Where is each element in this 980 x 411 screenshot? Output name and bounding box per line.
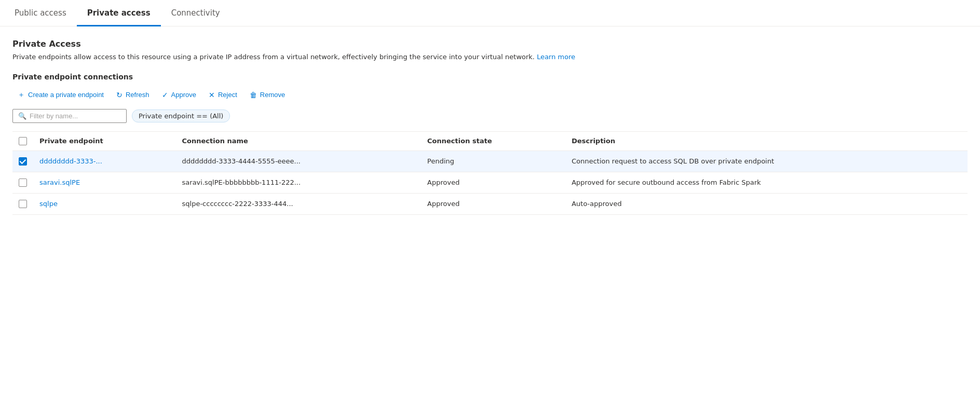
remove-button[interactable]: 🗑 Remove [244,88,290,102]
row-private-endpoint: saravi.sqlPE [33,172,176,193]
row-description: Connection request to access SQL DB over… [565,150,968,172]
main-content: Private Access Private endpoints allow a… [0,26,980,215]
row-checkbox[interactable] [19,157,27,166]
private-endpoint-link[interactable]: dddddddd-3333-... [39,157,102,165]
row-description: Approved for secure outbound access from… [565,172,968,193]
filter-tag[interactable]: Private endpoint == (All) [132,109,230,122]
row-connection-name: sqlpe-cccccccc-2222-3333-444... [176,193,421,214]
row-checkbox[interactable] [19,179,27,187]
tab-public-access[interactable]: Public access [12,0,77,26]
filter-input-wrapper: 🔍 [12,109,127,123]
row-connection-state: Approved [421,172,565,193]
row-checkbox-cell [12,193,33,214]
col-header-connection-state: Connection state [421,132,565,151]
header-checkbox[interactable] [19,137,27,145]
approve-button[interactable]: ✓ Approve [157,88,201,102]
table-wrap: Private endpoint Connection name Connect… [12,131,968,215]
tab-connectivity[interactable]: Connectivity [161,0,230,26]
tabs-container: Public access Private access Connectivit… [0,0,980,26]
tab-private-access[interactable]: Private access [77,0,161,26]
col-header-private-endpoint: Private endpoint [33,132,176,151]
filter-row: 🔍 Private endpoint == (All) [12,109,968,123]
create-private-endpoint-button[interactable]: ＋ Create a private endpoint [12,87,109,103]
row-private-endpoint: dddddddd-3333-... [33,150,176,172]
section-title: Private Access [12,39,968,49]
row-checkbox-cell [12,172,33,193]
row-connection-name: dddddddd-3333-4444-5555-eeee... [176,150,421,172]
table-row: dddddddd-3333-... dddddddd-3333-4444-555… [12,150,968,172]
col-header-connection-name: Connection name [176,132,421,151]
filter-input[interactable] [30,112,121,120]
close-icon: ✕ [209,91,215,99]
table-row: sqlpe sqlpe-cccccccc-2222-3333-444... Ap… [12,193,968,214]
private-endpoint-link[interactable]: sqlpe [39,200,58,208]
connections-table: Private endpoint Connection name Connect… [12,132,968,215]
row-checkbox-cell [12,150,33,172]
checkmark-icon: ✓ [162,91,168,99]
refresh-icon: ↻ [116,91,122,99]
trash-icon: 🗑 [250,91,257,99]
table-row: saravi.sqlPE saravi.sqlPE-bbbbbbbb-1111-… [12,172,968,193]
row-description: Auto-approved [565,193,968,214]
row-connection-name: saravi.sqlPE-bbbbbbbb-1111-222... [176,172,421,193]
row-connection-state: Pending [421,150,565,172]
toolbar: ＋ Create a private endpoint ↻ Refresh ✓ … [12,87,968,103]
section-description: Private endpoints allow access to this r… [12,52,968,62]
refresh-button[interactable]: ↻ Refresh [111,88,155,102]
reject-button[interactable]: ✕ Reject [203,88,242,102]
subsection-title: Private endpoint connections [12,73,968,81]
col-header-description: Description [565,132,968,151]
search-icon: 🔍 [18,112,26,120]
table-header-row: Private endpoint Connection name Connect… [12,132,968,151]
plus-icon: ＋ [18,90,25,100]
private-endpoint-link[interactable]: saravi.sqlPE [39,179,80,186]
col-header-checkbox [12,132,33,151]
learn-more-link[interactable]: Learn more [537,53,575,61]
row-checkbox[interactable] [19,200,27,208]
row-private-endpoint: sqlpe [33,193,176,214]
row-connection-state: Approved [421,193,565,214]
